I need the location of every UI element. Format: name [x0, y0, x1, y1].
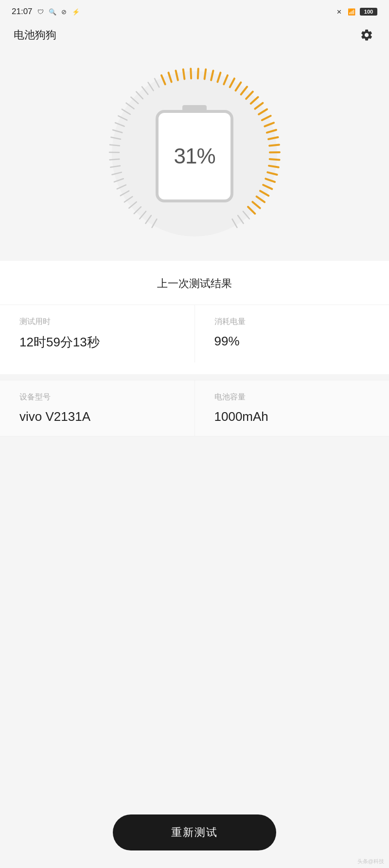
battery-circle-container: 31% [0, 52, 389, 261]
svg-line-21 [136, 91, 143, 99]
svg-line-10 [110, 166, 120, 167]
capacity-value: 1000mAh [214, 409, 370, 424]
svg-line-3 [134, 207, 141, 214]
duration-item: 测试用时 12时59分13秒 [0, 305, 195, 362]
results-section: 上一次测试结果 测试用时 12时59分13秒 消耗电量 99% [0, 261, 389, 374]
svg-line-19 [126, 103, 134, 109]
svg-line-52 [263, 185, 272, 189]
search-icon: 🔍 [48, 7, 57, 16]
battery-shape: 31% [156, 105, 233, 202]
svg-line-29 [191, 69, 191, 78]
svg-line-23 [148, 82, 154, 90]
watermark: 头条@科技 [357, 858, 384, 865]
capacity-label: 电池容量 [214, 392, 370, 402]
svg-line-27 [176, 71, 177, 80]
svg-line-26 [169, 72, 172, 82]
app-header: 电池狗狗 [0, 21, 389, 52]
gear-icon [360, 28, 373, 42]
svg-line-28 [183, 70, 185, 79]
svg-line-2 [140, 211, 146, 218]
shield-icon: 🛡 [36, 7, 45, 16]
battery-status: 100 [360, 8, 377, 16]
model-value: vivo V2131A [19, 409, 175, 424]
svg-line-8 [114, 179, 124, 182]
retest-button[interactable]: 重新测试 [113, 814, 276, 850]
circle-wrapper: 31% [102, 61, 287, 246]
svg-line-11 [109, 159, 119, 160]
battery-percent: 31% [174, 144, 215, 168]
duration-value: 12时59分13秒 [19, 334, 175, 351]
svg-line-22 [142, 87, 148, 94]
status-bar: 21:07 🛡 🔍 ⊘ ⚡ ✕ 📶 100 [0, 0, 389, 21]
svg-line-30 [198, 69, 198, 78]
svg-line-43 [265, 123, 274, 126]
svg-line-7 [117, 185, 126, 189]
block-icon: ⊘ [60, 7, 69, 16]
svg-line-46 [269, 145, 279, 145]
bolt-icon: ⚡ [71, 7, 80, 16]
svg-line-51 [265, 179, 275, 182]
svg-line-38 [246, 91, 253, 99]
status-time: 21:07 🛡 🔍 ⊘ ⚡ [12, 7, 80, 17]
capacity-item: 电池容量 1000mAh [195, 380, 389, 436]
svg-line-13 [110, 145, 120, 145]
app-title: 电池狗狗 [14, 28, 56, 42]
battery-body: 31% [156, 110, 233, 202]
svg-line-25 [161, 75, 165, 84]
power-label: 消耗电量 [214, 317, 370, 327]
svg-line-32 [211, 71, 213, 80]
bottom-area: 重新测试 [0, 805, 389, 868]
svg-line-53 [260, 191, 268, 196]
svg-line-24 [155, 78, 159, 87]
battery-icon-wrapper: 31% [156, 105, 233, 202]
svg-line-54 [257, 197, 265, 202]
svg-line-37 [241, 87, 247, 94]
results-grid: 测试用时 12时59分13秒 消耗电量 99% [0, 305, 389, 362]
status-right: ✕ 📶 100 [335, 7, 377, 16]
svg-line-44 [267, 130, 276, 133]
svg-line-16 [115, 123, 124, 126]
svg-line-57 [243, 211, 249, 218]
svg-line-4 [129, 202, 136, 208]
svg-line-40 [255, 103, 263, 109]
svg-line-6 [121, 191, 129, 196]
device-grid: 设备型号 vivo V2131A 电池容量 1000mAh [0, 380, 389, 436]
svg-line-31 [205, 70, 206, 79]
svg-line-55 [252, 202, 260, 208]
results-title: 上一次测试结果 [0, 276, 389, 291]
svg-line-35 [230, 78, 234, 87]
svg-line-48 [270, 159, 280, 160]
svg-line-17 [118, 116, 127, 120]
svg-line-5 [124, 197, 132, 202]
time-display: 21:07 [12, 7, 33, 17]
svg-line-56 [248, 207, 255, 214]
power-item: 消耗电量 99% [195, 305, 389, 362]
svg-line-59 [232, 219, 237, 227]
svg-line-58 [238, 216, 244, 223]
svg-line-45 [268, 137, 278, 139]
status-icons: 🛡 🔍 ⊘ ⚡ [36, 7, 80, 16]
svg-line-1 [145, 216, 151, 223]
wifi-icon: 📶 [347, 7, 356, 16]
svg-line-50 [267, 172, 277, 175]
model-item: 设备型号 vivo V2131A [0, 380, 195, 436]
svg-line-49 [269, 166, 279, 167]
power-value: 99% [214, 334, 370, 349]
svg-line-20 [131, 97, 138, 104]
svg-line-0 [152, 219, 157, 227]
svg-line-41 [259, 109, 267, 114]
svg-line-9 [112, 172, 121, 175]
svg-line-42 [262, 116, 271, 120]
svg-line-39 [251, 97, 258, 104]
sim-icon: ✕ [335, 7, 343, 16]
settings-button[interactable] [358, 26, 375, 44]
svg-line-14 [111, 137, 121, 139]
svg-line-15 [113, 130, 122, 133]
svg-line-33 [217, 72, 220, 82]
svg-line-34 [224, 75, 228, 84]
duration-label: 测试用时 [19, 317, 175, 327]
model-label: 设备型号 [19, 392, 175, 402]
svg-line-36 [236, 82, 241, 90]
device-section: 设备型号 vivo V2131A 电池容量 1000mAh [0, 380, 389, 436]
svg-line-18 [122, 109, 130, 114]
